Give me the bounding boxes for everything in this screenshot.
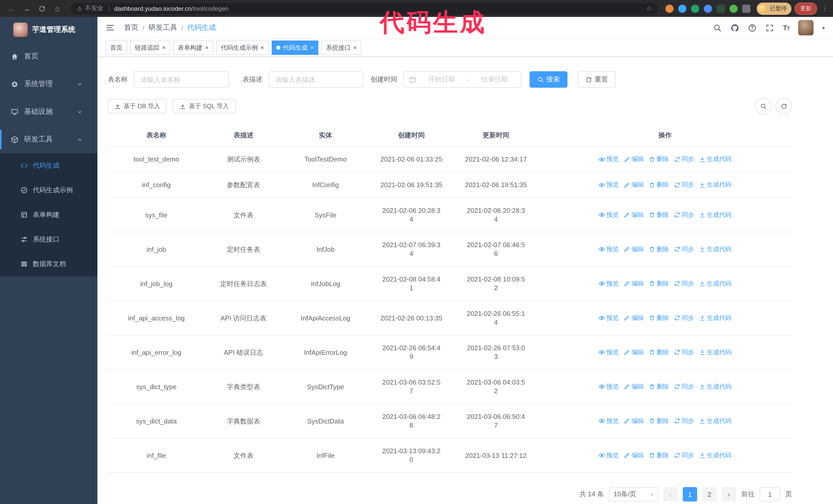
back-icon[interactable]: ← xyxy=(5,2,18,15)
preview-link[interactable]: 预览 xyxy=(599,451,619,460)
generate-code-link[interactable]: 生成代码 xyxy=(699,279,732,288)
view-tab[interactable]: 表单构建× xyxy=(173,41,213,55)
sidebar-item-infrastructure[interactable]: 基础设施 xyxy=(0,98,97,126)
generate-code-link[interactable]: 生成代码 xyxy=(699,348,732,357)
security-warning[interactable]: ⚠不安全 xyxy=(77,4,103,13)
sidebar-item-codegen-example[interactable]: 代码生成示例 xyxy=(0,178,97,202)
browser-profile-chip[interactable]: 已暂停 xyxy=(757,2,791,15)
edit-link[interactable]: 编辑 xyxy=(624,348,644,357)
edit-link[interactable]: 编辑 xyxy=(624,155,644,164)
create-time-range-picker[interactable]: 开始日期 - 结束日期 xyxy=(403,71,521,88)
generate-code-link[interactable]: 生成代码 xyxy=(699,416,732,425)
view-tab[interactable]: 代码生成示例× xyxy=(216,41,269,55)
home-nav-icon[interactable]: ⌂ xyxy=(51,2,64,15)
preview-link[interactable]: 预览 xyxy=(599,245,619,254)
preview-link[interactable]: 预览 xyxy=(599,181,619,189)
sync-link[interactable]: 同步 xyxy=(674,451,694,460)
delete-link[interactable]: 删除 xyxy=(649,181,669,189)
app-logo[interactable]: 芋道管理系统 xyxy=(0,17,97,43)
sync-link[interactable]: 同步 xyxy=(674,181,694,189)
generate-code-link[interactable]: 生成代码 xyxy=(699,451,732,460)
sidebar-item-system-api[interactable]: 系统接口 xyxy=(0,227,97,252)
view-tab[interactable]: 链路追踪× xyxy=(130,41,170,55)
table-desc-input[interactable] xyxy=(269,71,363,88)
generate-code-link[interactable]: 生成代码 xyxy=(699,181,732,189)
edit-link[interactable]: 编辑 xyxy=(624,451,644,460)
edit-link[interactable]: 编辑 xyxy=(624,382,644,391)
breadcrumb-home[interactable]: 首页 xyxy=(124,23,138,32)
sync-link[interactable]: 同步 xyxy=(674,416,694,425)
sync-link[interactable]: 同步 xyxy=(674,348,694,357)
import-db-button[interactable]: 基于 DB 导入 xyxy=(108,99,167,113)
sidebar-item-db-docs[interactable]: 数据库文档 xyxy=(0,252,97,277)
delete-link[interactable]: 删除 xyxy=(649,348,669,357)
search-button[interactable]: 搜索 xyxy=(529,71,568,88)
github-icon[interactable] xyxy=(731,23,739,32)
delete-link[interactable]: 删除 xyxy=(649,314,669,322)
sidebar-item-dev-tools[interactable]: 研发工具 xyxy=(0,126,97,153)
header-search-icon[interactable] xyxy=(713,23,722,32)
address-bar[interactable]: ⚠不安全 dashboard.yudao.iocoder.cn /tool/co… xyxy=(71,3,658,14)
sync-link[interactable]: 同步 xyxy=(674,314,694,322)
preview-link[interactable]: 预览 xyxy=(599,348,619,357)
page-button-1[interactable]: 1 xyxy=(683,487,697,501)
edit-link[interactable]: 编辑 xyxy=(624,279,644,288)
bookmark-star-icon[interactable]: ☆ xyxy=(646,5,652,12)
delete-link[interactable]: 删除 xyxy=(649,451,669,460)
sync-link[interactable]: 同步 xyxy=(674,382,694,391)
view-tab[interactable]: 代码生成× xyxy=(272,41,318,55)
sync-link[interactable]: 同步 xyxy=(674,279,694,288)
preview-link[interactable]: 预览 xyxy=(599,382,619,391)
browser-update-button[interactable]: 更新 xyxy=(794,2,817,15)
refresh-table-button[interactable] xyxy=(776,98,792,114)
puzzle-extensions-icon[interactable] xyxy=(742,4,751,13)
avatar-caret-icon[interactable]: ▾ xyxy=(822,25,825,30)
collapse-sidebar-icon[interactable] xyxy=(105,23,115,32)
extension-icon-1[interactable] xyxy=(665,4,673,13)
tab-close-icon[interactable]: × xyxy=(260,45,264,51)
sync-link[interactable]: 同步 xyxy=(674,155,694,164)
generate-code-link[interactable]: 生成代码 xyxy=(699,211,732,219)
tab-close-icon[interactable]: × xyxy=(310,45,314,51)
delete-link[interactable]: 删除 xyxy=(649,416,669,425)
preview-link[interactable]: 预览 xyxy=(599,314,619,322)
extension-icon-2[interactable] xyxy=(678,4,686,13)
generate-code-link[interactable]: 生成代码 xyxy=(699,245,732,254)
table-name-input[interactable] xyxy=(134,71,229,88)
fullscreen-icon[interactable] xyxy=(766,23,774,32)
sidebar-item-code-generation[interactable]: 代码生成 xyxy=(0,153,97,178)
prev-page-button[interactable]: ‹ xyxy=(663,487,678,501)
user-avatar[interactable] xyxy=(798,20,813,35)
goto-page-input[interactable] xyxy=(760,487,780,501)
edit-link[interactable]: 编辑 xyxy=(624,416,644,425)
page-button-2[interactable]: 2 xyxy=(702,487,717,501)
generate-code-link[interactable]: 生成代码 xyxy=(699,382,732,391)
delete-link[interactable]: 删除 xyxy=(649,245,669,254)
sidebar-item-system-management[interactable]: 系统管理 xyxy=(0,70,97,98)
sync-link[interactable]: 同步 xyxy=(674,245,694,254)
browser-menu-icon[interactable]: ⋮ xyxy=(821,5,828,12)
reset-button[interactable]: 重置 xyxy=(578,71,616,88)
generate-code-link[interactable]: 生成代码 xyxy=(699,314,732,322)
tab-close-icon[interactable]: × xyxy=(353,45,357,51)
delete-link[interactable]: 删除 xyxy=(649,155,669,164)
reload-icon[interactable] xyxy=(36,2,48,15)
extension-icon-4[interactable] xyxy=(704,4,712,13)
preview-link[interactable]: 预览 xyxy=(599,416,619,425)
font-size-icon[interactable]: TT xyxy=(783,24,789,32)
forward-icon[interactable]: → xyxy=(21,2,33,15)
extension-icon-5[interactable] xyxy=(717,4,725,13)
page-size-select[interactable]: 10条/页 ▾ xyxy=(609,487,658,501)
preview-link[interactable]: 预览 xyxy=(599,279,619,288)
extension-icon-3[interactable] xyxy=(691,4,699,13)
delete-link[interactable]: 删除 xyxy=(649,279,669,288)
toggle-search-button[interactable] xyxy=(755,98,771,114)
edit-link[interactable]: 编辑 xyxy=(624,314,644,322)
preview-link[interactable]: 预览 xyxy=(599,211,619,219)
extension-icon-6[interactable] xyxy=(730,4,738,13)
next-page-button[interactable]: › xyxy=(722,487,736,501)
delete-link[interactable]: 删除 xyxy=(649,211,669,219)
edit-link[interactable]: 编辑 xyxy=(624,211,644,219)
breadcrumb-dev-tools[interactable]: 研发工具 xyxy=(148,23,177,32)
generate-code-link[interactable]: 生成代码 xyxy=(699,155,732,164)
